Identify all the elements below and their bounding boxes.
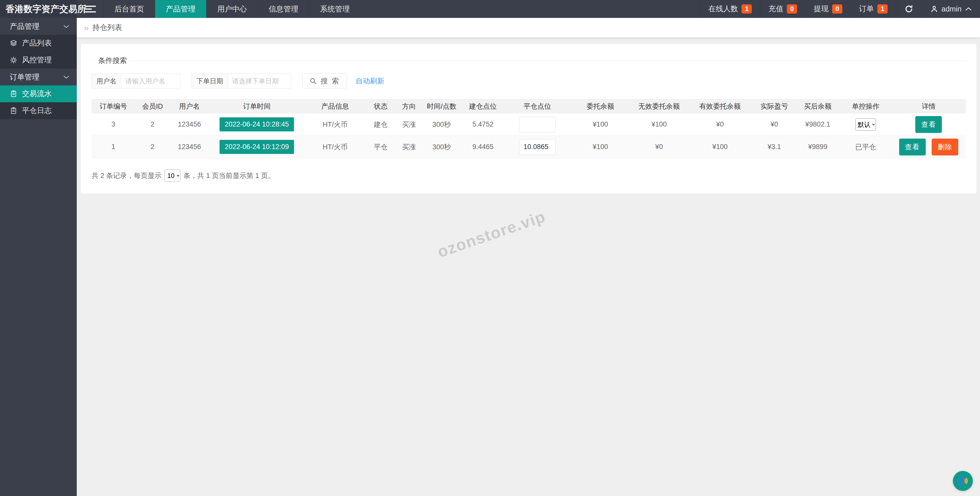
cell-open-point: 9.4465 [461,136,505,158]
cell-profit: ¥0 [752,113,796,136]
col-control: 单控操作 [840,100,892,113]
cell-direction: 买涨 [396,113,422,136]
gear-icon [10,56,18,64]
username-input[interactable] [121,74,180,89]
close-point-input[interactable] [519,139,555,155]
view-button[interactable]: 查看 [899,139,926,155]
order-count[interactable]: 订单 1 [851,0,896,18]
topbar-right: 在线人数 1 充值 0 提现 0 订单 1 admin [700,0,980,18]
sidebar-children-orders: 交易流水 平仓日志 [0,86,77,119]
cell-invalid-entrust: ¥100 [631,113,687,136]
user-menu[interactable]: admin [922,0,980,18]
username-label: 用户名 [92,74,121,89]
hamburger-bar [85,11,96,13]
cell-order-id: 3 [92,113,135,136]
breadcrumb-chevrons-icon: » [84,23,89,33]
sidebar-children-products: 产品列表 风控管理 [0,35,77,68]
table-row: 3 2 123456 2022-06-24 10:28:45 HT/火币 建仓 … [92,113,966,136]
order-date-group: 下单日期 [192,74,291,89]
refresh-button[interactable] [896,0,922,18]
page-body: 条件搜索 用户名 下单日期 搜 索 [77,37,980,193]
document-icon [10,90,18,98]
cell-duration: 300秒 [422,136,461,158]
col-open-point: 建仓点位 [461,100,505,113]
cell-direction: 买涨 [396,136,422,158]
chevron-down-icon [63,75,70,79]
nav-item-products[interactable]: 产品管理 [155,0,206,18]
order-time-badge: 2022-06-24 10:12:09 [220,140,294,154]
cell-status: 建仓 [366,113,396,136]
col-duration: 时间/点数 [422,100,461,113]
withdraw-badge: 0 [832,4,842,14]
menu-toggle-icon[interactable] [77,0,103,18]
sidebar-item-label: 产品列表 [22,38,52,48]
user-icon [930,5,938,13]
close-point-input[interactable] [519,117,555,132]
delete-button[interactable]: 删除 [932,139,958,155]
sidebar-group-products[interactable]: 产品管理 [0,18,77,35]
cell-entrust: ¥100 [570,113,631,136]
order-date-label: 下单日期 [192,74,228,89]
username-label: admin [941,5,962,13]
page-title: 持仓列表 [92,22,122,33]
nav-item-system[interactable]: 系统管理 [309,0,361,18]
cell-control-status: 已平仓 [840,136,892,158]
search-button-label: 搜 索 [321,76,340,86]
cell-after-balance: ¥9802.1 [796,113,840,136]
auto-refresh-link[interactable]: 自动刷新 [356,76,384,86]
cell-after-balance: ¥9899 [796,136,840,158]
refresh-icon [904,4,913,14]
pagination-suffix: 条，共 1 页当前显示第 1 页。 [183,171,275,180]
cell-username: 123456 [170,113,209,136]
sidebar-item-trade-flow[interactable]: 交易流水 [0,86,77,102]
topbar: 香港数字资产交易所 后台首页 产品管理 用户中心 信息管理 系统管理 在线人数 … [0,0,980,18]
page-size-select[interactable]: 10 [164,170,180,182]
sidebar-item-close-log[interactable]: 平仓日志 [0,102,77,119]
cell-product: HT/火币 [305,113,366,136]
view-button[interactable]: 查看 [915,116,942,133]
col-product: 产品信息 [305,100,366,113]
chevron-down-icon [63,25,70,29]
col-invalid-entrust: 无效委托余额 [631,100,687,113]
sidebar-item-risk-control[interactable]: 风控管理 [0,52,77,68]
cell-valid-entrust: ¥100 [687,136,752,158]
cell-open-point: 5.4752 [461,113,505,136]
control-select[interactable]: 默认 [855,118,876,131]
order-date-input[interactable] [228,74,291,89]
online-count-badge: 1 [741,4,752,14]
nav-item-info[interactable]: 信息管理 [258,0,309,18]
cell-status: 平仓 [366,136,396,158]
audio-toggle-button[interactable] [953,471,973,491]
breadcrumb: » 持仓列表 [77,18,980,37]
sidebar-group-label: 订单管理 [10,73,40,81]
chevron-up-icon [965,6,972,11]
col-direction: 方向 [396,100,422,113]
col-member-id: 会员ID [135,100,170,113]
recharge-badge: 0 [787,4,797,14]
top-nav: 后台首页 产品管理 用户中心 信息管理 系统管理 [103,0,361,18]
pagination: 共 2 条记录，每页显示 10 条，共 1 页当前显示第 1 页。 [92,170,966,182]
order-badge: 1 [877,4,888,14]
sidebar-group-orders[interactable]: 订单管理 [0,68,77,86]
col-detail: 详情 [892,100,966,113]
recharge-label: 充值 [768,4,783,14]
cell-member-id: 2 [135,113,170,136]
col-after-balance: 买后余额 [796,100,840,113]
sidebar-item-label: 平仓日志 [22,106,52,116]
sidebar-item-label: 风控管理 [22,55,52,65]
search-legend: 条件搜索 [95,56,130,65]
col-order-id: 订单编号 [92,100,135,113]
online-count[interactable]: 在线人数 1 [700,0,760,18]
col-valid-entrust: 有效委托余额 [687,100,752,113]
col-status: 状态 [366,100,396,113]
withdraw-count[interactable]: 提现 0 [805,0,851,18]
cell-username: 123456 [170,136,209,158]
search-button[interactable]: 搜 索 [302,74,347,89]
nav-item-users[interactable]: 用户中心 [206,0,258,18]
recharge-count[interactable]: 充值 0 [760,0,805,18]
sidebar-item-label: 交易流水 [22,89,52,99]
pagination-prefix: 共 2 条记录，每页显示 [92,171,161,180]
app-logo: 香港数字资产交易所 [0,0,77,18]
nav-item-home[interactable]: 后台首页 [103,0,155,18]
sidebar-item-product-list[interactable]: 产品列表 [0,35,77,52]
